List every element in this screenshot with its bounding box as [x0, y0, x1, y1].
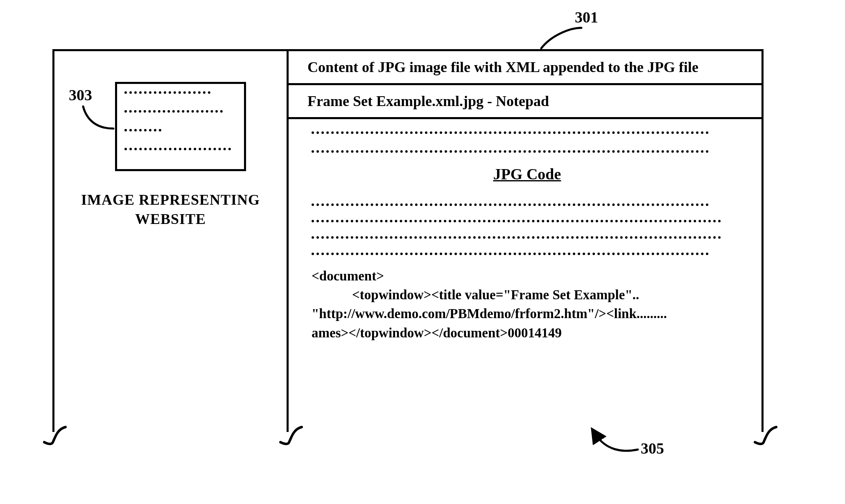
- xml-line: <document>: [312, 269, 384, 283]
- lead-line-305: [585, 430, 643, 459]
- ref-label-303: 303: [69, 86, 92, 104]
- content-placeholder-line: [312, 220, 721, 222]
- ref-label-305: 305: [641, 439, 664, 457]
- right-header-1: Content of JPG image file with XML appen…: [289, 51, 761, 85]
- break-mark-icon: [277, 425, 306, 450]
- content-placeholder-line: [312, 253, 709, 255]
- xml-appended-block: <document> <topwindow><title value="Fram…: [312, 267, 743, 342]
- thumb-line: [124, 110, 237, 129]
- content-placeholder-line: [312, 236, 721, 239]
- left-caption-line2: WEBSITE: [54, 210, 287, 229]
- website-thumbnail-box: [115, 82, 246, 171]
- left-caption: IMAGE REPRESENTING WEBSITE: [54, 190, 287, 229]
- content-placeholder-line: [312, 203, 709, 206]
- diagram-stage: 301 IMAGE REPRESENTING WEBSITE Content o…: [0, 0, 845, 504]
- left-caption-line1: IMAGE REPRESENTING: [54, 190, 287, 210]
- content-placeholder-line: [312, 150, 709, 153]
- break-mark-icon: [752, 425, 780, 450]
- thumb-line: [124, 129, 237, 148]
- figure-frame: IMAGE REPRESENTING WEBSITE Content of JP…: [52, 49, 764, 432]
- xml-line: ames></topwindow></document>00014149: [312, 325, 562, 340]
- thumb-line: [124, 91, 237, 110]
- right-header-2: Frame Set Example.xml.jpg - Notepad: [289, 85, 761, 119]
- thumb-line: [124, 148, 237, 160]
- right-pane: Content of JPG image file with XML appen…: [289, 51, 761, 432]
- lead-line-301: [536, 24, 594, 52]
- xml-line: "http://www.demo.com/PBMdemo/frform2.htm…: [312, 306, 667, 321]
- jpg-code-label: JPG Code: [312, 165, 743, 183]
- lead-line-303: [80, 103, 121, 136]
- right-body: JPG Code <document> <topwindow><title va…: [289, 119, 761, 432]
- content-placeholder-line: [312, 131, 709, 134]
- break-mark-icon: [41, 425, 70, 450]
- xml-line: <topwindow><title value="Frame Set Examp…: [312, 287, 639, 302]
